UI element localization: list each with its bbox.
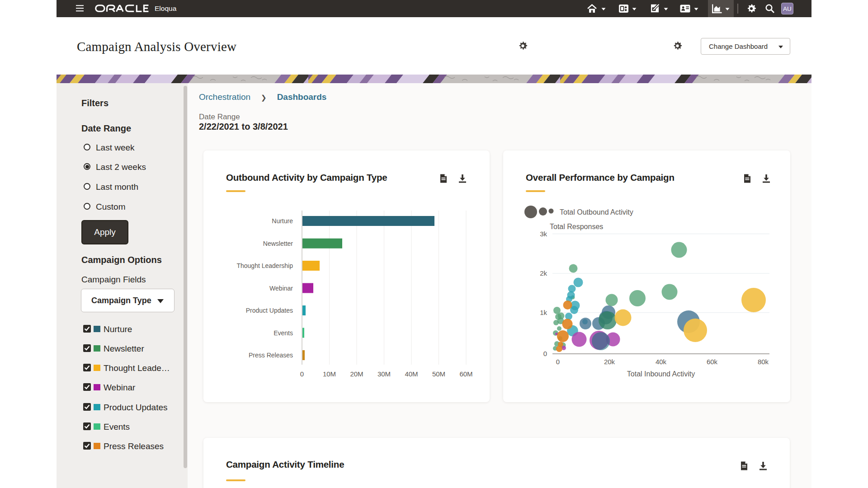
svg-text:80k: 80k <box>758 358 769 366</box>
svg-text:Press Releases: Press Releases <box>249 352 293 359</box>
svg-text:1k: 1k <box>540 309 547 316</box>
svg-text:Thought Leadership: Thought Leadership <box>236 262 293 269</box>
svg-text:50M: 50M <box>432 370 445 378</box>
svg-text:Newsletter: Newsletter <box>263 240 293 247</box>
svg-text:Total Inbound Activity: Total Inbound Activity <box>627 370 695 378</box>
svg-text:Webinar: Webinar <box>269 285 293 292</box>
svg-text:20M: 20M <box>350 370 363 378</box>
svg-text:2k: 2k <box>540 269 547 277</box>
svg-text:0: 0 <box>556 358 560 366</box>
svg-text:40k: 40k <box>656 358 667 366</box>
svg-text:30M: 30M <box>377 370 391 378</box>
svg-text:Events: Events <box>274 329 293 337</box>
svg-text:Total Outbound Activity: Total Outbound Activity <box>560 208 633 216</box>
svg-text:60M: 60M <box>459 370 472 378</box>
svg-text:Total Responses: Total Responses <box>550 223 603 230</box>
svg-text:3k: 3k <box>540 230 547 238</box>
svg-text:0: 0 <box>543 350 547 357</box>
svg-text:0: 0 <box>300 370 304 378</box>
svg-text:40M: 40M <box>405 370 418 378</box>
svg-text:Product Updates: Product Updates <box>246 307 293 314</box>
svg-text:10M: 10M <box>323 370 336 378</box>
svg-text:20k: 20k <box>604 358 615 366</box>
svg-text:Nurture: Nurture <box>272 217 293 225</box>
svg-text:60k: 60k <box>707 358 718 366</box>
